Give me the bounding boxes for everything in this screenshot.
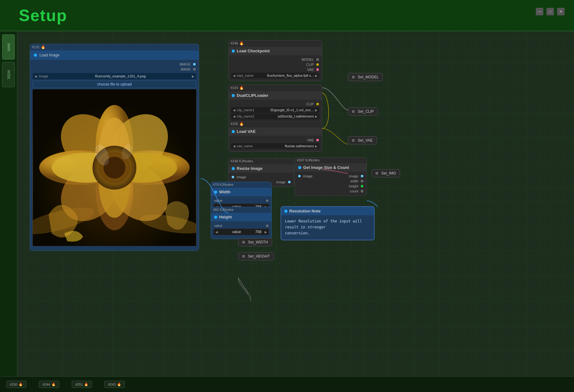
resize-input-label: image	[237, 175, 291, 179]
clip1-arrow-right[interactable]: ▶	[315, 108, 318, 112]
ckpt-name-value: flux/lumiere_flux_alpha-fp8 s...	[257, 74, 314, 77]
clip-name1-label: clip_name1	[237, 108, 255, 112]
resolution-text-line1: Lower Resolution of the input will resul…	[285, 219, 362, 229]
load-image-body: IMAGE MASK ◀ image Runcomfy_example_1161…	[30, 60, 199, 250]
load-checkpoint-node: #246 🔥 Load Checkpoint MODEL CLIP VAE ◀ …	[228, 40, 322, 81]
badge-fire-250: 🔥	[18, 382, 23, 386]
ckpt-arrow-right[interactable]: ▶	[315, 74, 318, 77]
set-model-text: Set_MODEL	[358, 75, 379, 79]
get-size-width-row: width	[295, 179, 366, 184]
height-output-port	[266, 225, 268, 227]
set-height-port	[242, 255, 245, 258]
clip-name2-value: sd3m/clip_l.safetensors	[257, 114, 314, 118]
badge-fire-243: 🔥	[117, 382, 121, 386]
checkpoint-title: Load Checkpoint	[237, 49, 270, 53]
mask-output-port	[193, 68, 196, 71]
checkpoint-badge: #246 🔥	[229, 40, 322, 46]
clip-name2-label: clip_name2	[237, 114, 255, 118]
width-header: Width	[211, 188, 271, 196]
height-value-label: value	[214, 224, 222, 227]
fire-icon: 🔥	[41, 45, 45, 49]
image-preview-inner	[33, 89, 196, 246]
height-title: Height	[219, 215, 232, 219]
height-body: value ◀ value 768 ▶	[211, 221, 271, 239]
get-size-input-port: image image	[295, 174, 366, 179]
panel-tab-main[interactable]: MAIN	[2, 34, 15, 60]
ckpt-arrow-left[interactable]: ◀	[233, 74, 235, 77]
vae-name-row: ◀ vae_name flux/ae.safetensors ▶	[231, 143, 319, 149]
set-vae-text: Set_VAE	[358, 138, 373, 143]
ckpt-name-row: ◀ ckpt_name flux/lumiere_flux_alpha-fp8 …	[231, 73, 319, 78]
get-image-size-node: #247 KJNodes Get Image Size & Count imag…	[295, 157, 367, 196]
vae-body: VAE ◀ vae_name flux/ae.safetensors ▶	[229, 136, 322, 151]
filename-arrow-left[interactable]: ◀	[34, 75, 37, 78]
vae-name-value: flux/ae.safetensors	[257, 144, 314, 148]
vae-name-label: vae_name	[237, 144, 255, 148]
get-size-count-port	[361, 190, 363, 192]
clip-name1-value: t5/google_t5-v1_1-xxl_enc...	[257, 108, 314, 112]
get-size-image-out-label: image	[334, 174, 358, 178]
clip-output-port: CLIP	[229, 102, 322, 107]
set-img-text: Set_IMG	[381, 171, 396, 175]
maximize-icon[interactable]: □	[546, 8, 554, 15]
vae-dot	[232, 130, 235, 133]
set-vae-label: Set_VAE	[348, 136, 377, 144]
height-badge: #80 KJNodes	[211, 207, 271, 212]
checkpoint-vae-port: VAE	[229, 67, 322, 72]
close-icon[interactable]: ✕	[557, 8, 565, 15]
filename-arrow-right[interactable]: ▶	[192, 75, 194, 78]
height-value-label-inner: value	[218, 230, 255, 234]
panel-tab-nodes[interactable]: NODE	[2, 62, 15, 87]
get-size-input-label: image	[303, 174, 327, 178]
vae-output	[316, 139, 319, 141]
clip-fire-icon: 🔥	[239, 86, 244, 90]
resolution-note-body: Lower Resolution of the input will resul…	[281, 215, 374, 240]
get-size-image-out	[361, 175, 363, 177]
clip2-arrow-right[interactable]: ▶	[315, 115, 318, 118]
clip2-arrow-left[interactable]: ◀	[233, 115, 235, 118]
resize-output	[288, 181, 291, 183]
get-size-body: image image width height count	[295, 172, 366, 196]
upload-button[interactable]: choose file to upload	[33, 81, 196, 88]
flower-svg	[33, 89, 196, 246]
height-header: Height	[211, 213, 271, 221]
height-arrow-left[interactable]: ◀	[215, 230, 218, 234]
vae-badge: #155 🔥	[229, 121, 322, 127]
header: — □ ✕ Setup	[0, 0, 574, 31]
clip-badge: #154 🔥	[229, 85, 322, 91]
clip-output-label: CLIP	[232, 102, 314, 106]
get-size-height-label: height	[298, 184, 358, 188]
set-clip-text: Set_CLIP	[358, 109, 374, 114]
checkpoint-body: MODEL CLIP VAE ◀ ckpt_name flux/lumiere_…	[229, 55, 322, 81]
get-size-badge: #247 KJNodes	[295, 158, 366, 163]
vae-arrow-left[interactable]: ◀	[233, 144, 235, 148]
width-dot	[214, 191, 217, 194]
vae-arrow-right[interactable]: ▶	[315, 144, 318, 148]
clip-dot	[232, 94, 235, 97]
mask-output-row: MASK	[30, 67, 199, 72]
load-vae-node: #155 🔥 Load VAE VAE ◀ vae_name flux/ae.s…	[228, 121, 322, 152]
vae-label: VAE	[232, 68, 314, 71]
model-label: MODEL	[232, 58, 314, 61]
bottom-bar: #250 🔥 #244 🔥 #251 🔥 #243 🔥	[0, 376, 574, 392]
height-value-label-row: value	[211, 223, 271, 228]
resize-header: Resize Image	[229, 164, 294, 173]
model-port	[316, 58, 319, 61]
image-output-port	[193, 63, 196, 65]
height-value: 768	[255, 230, 261, 234]
left-panel: MAIN NODE	[0, 31, 17, 376]
height-arrow-right[interactable]: ▶	[265, 230, 267, 234]
minimize-icon[interactable]: —	[536, 8, 543, 15]
vae-output-label: VAE	[232, 138, 314, 142]
load-image-node: #131 🔥 Load Image IMAGE MASK ◀ image Run…	[30, 44, 199, 251]
resolution-note-header: Resolution Note	[281, 207, 374, 215]
clip-label: CLIP	[232, 63, 314, 66]
clip-output	[316, 103, 319, 105]
vae-output-port: VAE	[229, 138, 322, 143]
checkpoint-header: Load Checkpoint	[229, 47, 322, 55]
get-size-height-port	[361, 185, 363, 187]
get-size-width-label: width	[298, 179, 358, 183]
get-size-count-label: count	[298, 189, 358, 193]
clip1-arrow-left[interactable]: ◀	[233, 108, 235, 112]
load-image-title: Load Image	[39, 53, 59, 57]
